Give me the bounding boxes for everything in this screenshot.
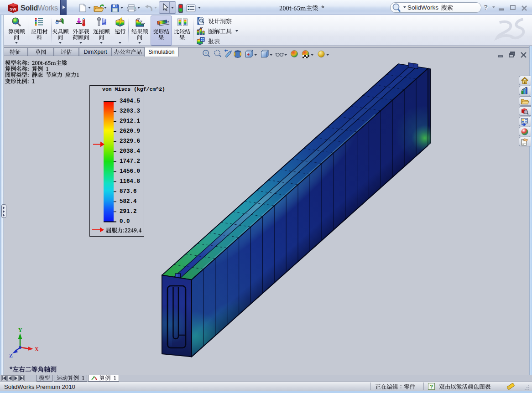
svg-text:?: ? bbox=[430, 384, 433, 389]
svg-text:Y: Y bbox=[18, 327, 22, 333]
svg-text:X: X bbox=[35, 346, 39, 352]
svg-text:Z: Z bbox=[9, 352, 13, 359]
